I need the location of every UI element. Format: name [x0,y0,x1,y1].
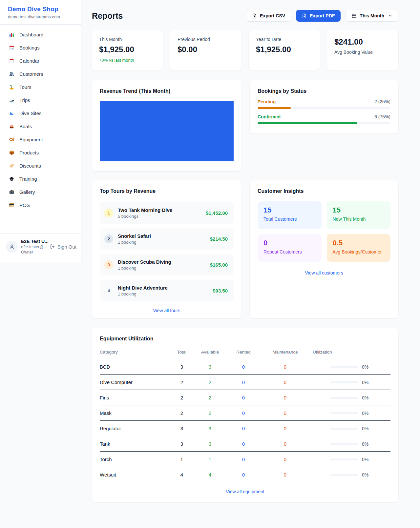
equipment-available: 3 [195,421,225,436]
tour-row[interactable]: 4Night Dive Adventure1 booking$93.50 [100,280,234,301]
charts-row: Revenue Trend (This Month) Bookings by S… [92,80,398,171]
tour-rows: 1Two Tank Morning Dive5 bookings$1,452.0… [100,202,234,301]
tour-bookings: 1 booking [118,240,151,245]
sidebar-item-gallery[interactable]: Gallery [0,185,81,198]
utilization-percent: 0% [362,380,368,385]
calendar-icon [9,58,14,64]
tour-rank-badge: 1 [104,209,113,217]
utilization-percent: 0% [362,441,368,447]
tour-row[interactable]: 1Two Tank Morning Dive5 bookings$1,452.0… [100,202,234,224]
equipment-total: 3 [169,421,195,436]
equipment-maintenance: 0 [262,436,308,452]
period-dropdown[interactable]: This Month [346,10,398,22]
equipment-total: 3 [169,436,195,452]
insight-label: Repeat Customers [263,249,316,254]
sidebar-item-pos[interactable]: POS [0,198,81,212]
status-count: 6 (75%) [374,114,390,119]
view-all-tours-link[interactable]: View all tours [100,308,234,313]
view-all-customers-link[interactable]: View all customers [258,270,390,275]
insight-tile-1: 15New This Month [327,201,391,229]
export-pdf-button[interactable]: Export PDF [296,10,341,22]
insight-value: 0 [263,239,316,247]
insight-value: 15 [333,206,385,214]
utilization-percent: 0% [362,364,368,370]
sidebar-item-tours[interactable]: Tours [0,80,81,93]
dive-sites-icon [9,110,14,116]
equipment-rented: 0 [225,375,262,390]
sidebar-item-trips[interactable]: Trips [0,93,81,107]
status-row-confirmed: Confirmed6 (75%) [258,114,390,124]
revenue-trend-card: Revenue Trend (This Month) [92,80,242,171]
tour-name: Night Dive Adventure [118,285,168,291]
equipment-maintenance: 0 [262,405,308,421]
tour-bookings: 1 booking [118,266,171,271]
tour-row[interactable]: 2Snorkel Safari1 booking$214.50 [100,228,234,250]
sign-out-label: Sign Out [57,244,76,250]
tour-revenue: $93.50 [213,288,228,294]
revenue-trend-chart [100,101,234,161]
utilization-percent: 0% [362,411,368,416]
user-name: E2E Test U... [21,239,47,244]
sidebar-item-label: POS [19,202,30,208]
stat-value: $1,925.00 [256,45,313,54]
equipment-category: BCD [100,359,169,375]
equipment-maintenance: 0 [262,467,308,482]
equipment-available: 2 [195,405,225,421]
shop-domain: demo.test.divestreams.com [8,14,73,19]
sidebar-item-discounts[interactable]: Discounts [0,159,81,172]
sidebar-item-products[interactable]: Products [0,146,81,159]
top-tours-title: Top Tours by Revenue [100,188,234,194]
equipment-row: BCD33000% [100,359,390,375]
top-tours-card: Top Tours by Revenue 1Two Tank Morning D… [92,180,242,318]
equipment-category: Fins [100,390,169,405]
sidebar-item-dive-sites[interactable]: Dive Sites [0,107,81,120]
tour-row[interactable]: 3Discover Scuba Diving1 booking$165.00 [100,254,234,275]
sidebar-item-calendar[interactable]: Calendar [0,54,81,67]
sign-out-button[interactable]: Sign Out [50,244,76,250]
training-icon [9,176,14,182]
equipment-row: Fins22000% [100,390,390,405]
status-row-pending: Pending2 (25%) [258,99,390,109]
equipment-total: 1 [169,452,195,467]
shop-name[interactable]: Demo Dive Shop [8,6,73,13]
sidebar-item-label: Calendar [19,58,39,64]
view-all-equipment-link[interactable]: View all equipment [100,489,390,494]
sidebar-item-dashboard[interactable]: Dashboard [0,28,81,41]
sidebar-item-customers[interactable]: Customers [0,67,81,80]
customers-icon [9,71,14,77]
stat-value: $241.00 [334,37,391,47]
equipment-table: CategoryTotalAvailableRentedMaintenanceU… [100,346,390,482]
status-progress-track [258,107,390,109]
chevron-down-icon [388,13,392,18]
sidebar-item-label: Discounts [19,163,41,169]
logout-icon [50,244,55,249]
sidebar-item-label: Equipment [19,137,43,142]
customer-insights-card: Customer Insights 15Total Customers15New… [250,180,398,318]
utilization-percent: 0% [362,457,368,462]
discounts-icon [9,163,14,169]
equipment-category: Wetsuit [100,467,169,482]
sidebar-item-boats[interactable]: Boats [0,120,81,133]
sidebar-item-training[interactable]: Training [0,172,81,185]
sidebar-item-bookings[interactable]: 17Bookings [0,41,81,54]
file-download-icon [252,13,257,18]
pos-icon [9,202,14,208]
sidebar-item-label: Dive Sites [19,111,42,116]
equipment-utilization-card: Equipment Utilization CategoryTotalAvail… [92,328,398,502]
equipment-rented: 0 [225,390,262,405]
utilization-bar-track [330,381,358,383]
user-email: e2e-tester@... [21,245,47,249]
equipment-rented: 0 [225,452,262,467]
sidebar-item-label: Trips [19,97,30,103]
stat-value: $0.00 [178,45,234,54]
insight-label: Avg Bookings/Customer [333,249,385,254]
trips-icon [9,97,14,103]
export-csv-button[interactable]: Export CSV [246,10,291,22]
equipment-total: 4 [169,467,195,482]
utilization-bar-track [330,412,358,414]
tour-name: Discover Scuba Diving [118,259,171,265]
sidebar-item-equipment[interactable]: Equipment [0,133,81,146]
status-progress-fill [258,107,291,109]
stat-delta: +0% vs last month [99,58,156,63]
calendar-icon [351,13,357,18]
